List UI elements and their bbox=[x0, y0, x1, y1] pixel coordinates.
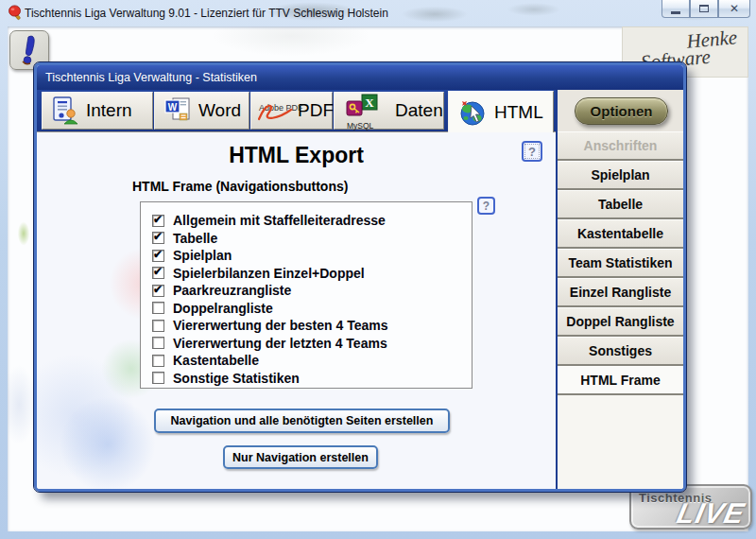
svg-text:W: W bbox=[168, 102, 178, 113]
application-window: Tischtennis Liga Verwaltung 9.01 - Lizen… bbox=[0, 0, 756, 539]
adobe-pdf-icon: Adobe PDF bbox=[253, 95, 321, 127]
close-icon: ✕ bbox=[730, 2, 739, 15]
dialog-titlebar[interactable]: Tischtennis Liga Verwaltung - Statistike… bbox=[37, 65, 683, 90]
checkbox-row[interactable]: Allgemein mit Staffelleiteradresse bbox=[152, 212, 472, 230]
create-navigation-only-button[interactable]: Nur Navigation erstellen bbox=[223, 445, 378, 469]
statistics-dialog: Tischtennis Liga Verwaltung - Statistike… bbox=[34, 62, 686, 492]
checkbox-row[interactable]: Spielplan bbox=[152, 247, 472, 265]
frame-section-label: HTML Frame (Navigationsbuttons) bbox=[132, 179, 348, 194]
dialog-body: Intern W Word bbox=[37, 90, 683, 489]
tab-html[interactable]: HTML bbox=[448, 91, 554, 132]
tab-pdf[interactable]: Adobe PDF PDF bbox=[250, 92, 333, 130]
checkbox-label: Sonstige Statistiken bbox=[173, 371, 300, 386]
options-panel: Optionen bbox=[558, 90, 683, 132]
sidebar-item[interactable]: Tabelle bbox=[558, 190, 683, 219]
checkbox-label: Paarkreuzrangliste bbox=[173, 283, 291, 298]
options-button[interactable]: Optionen bbox=[575, 97, 668, 125]
sidebar-item[interactable]: Spielplan bbox=[558, 161, 683, 190]
checkbox[interactable] bbox=[152, 302, 164, 314]
checkbox-label: Spielplan bbox=[173, 248, 232, 263]
tab-strip: Intern W Word bbox=[37, 90, 556, 131]
sidebar-item[interactable]: Team Statistiken bbox=[558, 249, 683, 278]
window-controls: ✕ bbox=[662, 0, 750, 18]
checkbox-label: Spielerbilanzen Einzel+Doppel bbox=[173, 266, 365, 281]
checkbox[interactable] bbox=[152, 215, 164, 227]
checkbox[interactable] bbox=[152, 232, 164, 244]
checkbox[interactable] bbox=[152, 320, 164, 332]
checkbox-row[interactable]: Sonstige Statistiken bbox=[152, 370, 472, 388]
checkbox-row[interactable]: Tabelle bbox=[152, 230, 472, 248]
checkbox-label: Viererwertung der letzten 4 Teams bbox=[173, 336, 387, 351]
checkbox-row[interactable]: Kastentabelle bbox=[152, 352, 472, 370]
help-button-groupbox[interactable]: ? bbox=[477, 197, 495, 215]
tab-label: HTML bbox=[494, 102, 543, 123]
tab-word[interactable]: W Word bbox=[154, 92, 249, 130]
window-titlebar[interactable]: Tischtennis Liga Verwaltung 9.01 - Lizen… bbox=[0, 0, 756, 26]
page-title: HTML Export bbox=[37, 143, 556, 168]
checkbox-label: Tabelle bbox=[173, 231, 217, 246]
tab-label: Daten bbox=[395, 100, 443, 121]
tab-daten[interactable]: X MySQL Daten bbox=[334, 92, 444, 130]
tab-intern[interactable]: Intern bbox=[42, 92, 153, 130]
minimize-icon bbox=[671, 11, 680, 14]
checkbox-label: Kastentabelle bbox=[173, 353, 259, 368]
sidebar-list: Anschriften Spielplan Tabelle Kastentabe… bbox=[558, 131, 683, 395]
svg-text:X: X bbox=[365, 96, 374, 110]
sidebar-item[interactable]: HTML Frame bbox=[558, 366, 683, 395]
checkbox-row[interactable]: Paarkreuzrangliste bbox=[152, 282, 472, 300]
checkbox-row[interactable]: Viererwertung der besten 4 Teams bbox=[152, 317, 472, 335]
checkbox-row[interactable]: Viererwertung der letzten 4 Teams bbox=[152, 335, 472, 353]
sidebar-item[interactable]: Einzel Rangliste bbox=[558, 278, 683, 307]
word-document-icon: W bbox=[163, 96, 192, 125]
globe-cursor-icon bbox=[457, 97, 488, 128]
html-export-panel: HTML Export ? HTML Frame (Navigationsbut… bbox=[37, 131, 556, 489]
window-client-area: Henke Software Tischtennis LIVE Tischten… bbox=[8, 26, 748, 531]
checkbox[interactable] bbox=[152, 250, 164, 262]
sidebar-footer bbox=[558, 395, 683, 489]
sidebar: Optionen Anschriften Spielplan Tabelle K… bbox=[556, 90, 683, 489]
tab-label: Word bbox=[198, 100, 241, 121]
window-title: Tischtennis Liga Verwaltung 9.01 - Lizen… bbox=[25, 7, 388, 20]
sidebar-item[interactable]: Kastentabelle bbox=[558, 219, 683, 249]
maximize-icon bbox=[699, 5, 709, 12]
checkbox[interactable] bbox=[152, 337, 164, 349]
maximize-button[interactable] bbox=[690, 0, 718, 18]
tab-label: Intern bbox=[86, 100, 132, 121]
checkbox-label: Viererwertung der besten 4 Teams bbox=[173, 318, 387, 333]
mysql-caption: MySQL bbox=[347, 121, 373, 130]
minimize-button[interactable] bbox=[662, 0, 690, 18]
help-button[interactable]: ? bbox=[522, 141, 542, 162]
close-button[interactable]: ✕ bbox=[718, 0, 750, 18]
excel-mysql-icon: X MySQL bbox=[343, 94, 388, 128]
sidebar-item[interactable]: Sonstiges bbox=[558, 337, 683, 366]
sidebar-item[interactable]: Doppel Rangliste bbox=[558, 307, 683, 337]
checkbox[interactable] bbox=[152, 372, 164, 384]
create-all-pages-button[interactable]: Navigation und alle benötigten Seiten er… bbox=[154, 409, 450, 433]
checkbox-label: Allgemein mit Staffelleiteradresse bbox=[173, 213, 386, 228]
checkbox-label: Doppelrangliste bbox=[173, 301, 273, 316]
checkbox-row[interactable]: Spielerbilanzen Einzel+Doppel bbox=[152, 265, 472, 283]
checkbox-row[interactable]: Doppelrangliste bbox=[152, 300, 472, 318]
checkbox[interactable] bbox=[152, 267, 164, 279]
checkbox[interactable] bbox=[152, 285, 164, 297]
navigation-options-groupbox: Allgemein mit Staffelleiteradresse Tabel… bbox=[140, 201, 472, 389]
sidebar-item[interactable]: Anschriften bbox=[558, 131, 683, 161]
checkbox[interactable] bbox=[152, 355, 164, 367]
paddle-icon bbox=[8, 5, 24, 21]
live-badge-main-text: LIVE bbox=[675, 499, 747, 528]
person-info-icon bbox=[51, 96, 79, 126]
